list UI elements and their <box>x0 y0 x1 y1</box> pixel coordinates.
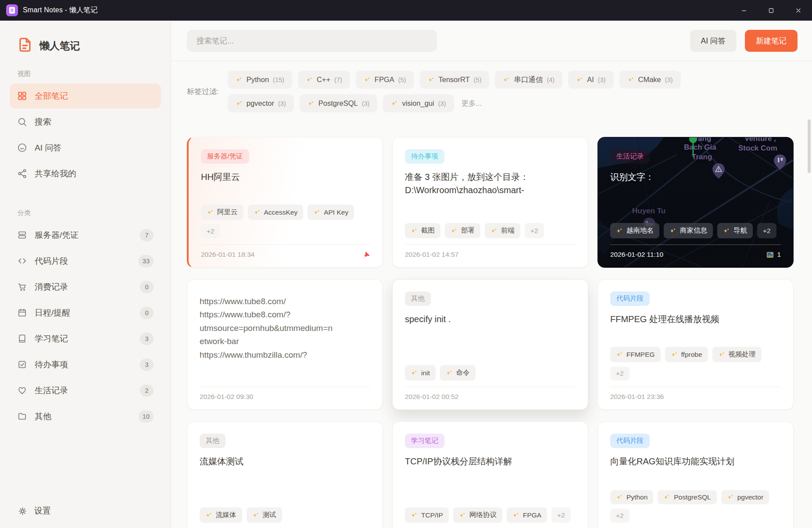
note-tag[interactable]: PostgreSQL <box>658 490 716 504</box>
sidebar-item-待办事项[interactable]: 待办事项3 <box>10 352 161 377</box>
sparkle-icon <box>308 100 315 107</box>
note-tag[interactable]: TCP/IP <box>405 507 449 523</box>
sidebar: 懒人笔记 视图 全部笔记搜索AI 问答共享给我的 分类 服务器/凭证7代码片段3… <box>0 21 171 528</box>
sidebar-item-学习笔记[interactable]: 学习笔记3 <box>10 326 161 351</box>
note-card[interactable]: 代码片段向量化RAG知识库功能实现计划PythonPostgreSQLpgvec… <box>597 421 794 528</box>
filter-tag-Python[interactable]: Python(15) <box>228 71 292 89</box>
note-card[interactable]: https://www.tube8.com/ https://www.tube8… <box>187 279 383 410</box>
category-count: 2 <box>140 384 154 397</box>
sparkle-icon <box>627 76 634 83</box>
filter-tag-FPGA[interactable]: FPGA(5) <box>356 71 414 89</box>
filter-tag-label: Python <box>247 75 269 84</box>
note-tag[interactable]: FFMPEG <box>610 347 661 362</box>
code-icon <box>17 256 27 266</box>
note-tag[interactable]: ffprobe <box>665 347 708 362</box>
note-tag[interactable]: 流媒体 <box>200 507 242 523</box>
sidebar-item-服务器/凭证[interactable]: 服务器/凭证7 <box>10 223 161 248</box>
note-tag[interactable]: 越南地名 <box>610 223 659 238</box>
note-tag[interactable]: FPGA <box>507 507 547 523</box>
note-tag[interactable]: init <box>405 365 436 381</box>
note-tag-label: TCP/IP <box>421 511 443 519</box>
note-tag[interactable]: 阿里云 <box>201 205 243 220</box>
maximize-button[interactable] <box>758 0 785 21</box>
topbar: AI 问答 新建笔记 <box>171 21 812 61</box>
note-tag[interactable]: 商家信息 <box>664 223 713 238</box>
sparkle-icon <box>236 100 243 107</box>
note-card[interactable]: 服务器/凭证HH阿里云阿里云AccessKeyAPI Key+22026-01-… <box>187 137 383 268</box>
filter-tag-vision_gui[interactable]: vision_gui(3) <box>383 94 454 112</box>
sparkle-icon <box>254 209 261 216</box>
sidebar-item-共享给我的[interactable]: 共享给我的 <box>10 161 161 186</box>
minimize-button[interactable] <box>730 0 758 21</box>
ai-qa-button[interactable]: AI 问答 <box>690 30 737 52</box>
note-card[interactable]: 其他流媒体测试流媒体测试2026-01-01 23:261 <box>187 421 383 528</box>
note-tag[interactable]: 截图 <box>405 223 440 238</box>
settings-label: 设置 <box>34 505 51 517</box>
sparkle-icon <box>411 370 418 377</box>
note-tag[interactable]: 部署 <box>445 223 480 238</box>
category-badge: 代码片段 <box>610 434 650 448</box>
note-tag-list: 截图部署前端+2 <box>405 223 576 238</box>
sidebar-item-其他[interactable]: 其他10 <box>10 404 161 429</box>
note-tag-list: PythonPostgreSQLpgvector+2 <box>610 490 781 523</box>
sparkle-icon <box>207 209 214 216</box>
note-card[interactable]: 其他specify init .init命令2026-01-02 00:52 <box>392 279 588 410</box>
note-tag[interactable]: 网络协议 <box>453 507 502 523</box>
sidebar-item-消费记录[interactable]: 消费记录0 <box>10 274 161 299</box>
note-tag-label: API Key <box>324 208 348 216</box>
filter-tag-pgvector[interactable]: pgvector(3) <box>228 94 294 112</box>
sidebar-item-AI 问答[interactable]: AI 问答 <box>10 135 161 160</box>
sparkle-icon <box>428 76 435 83</box>
sparkle-icon <box>205 512 212 519</box>
sidebar-item-代码片段[interactable]: 代码片段33 <box>10 248 161 273</box>
note-tag[interactable]: 导航 <box>717 223 753 238</box>
filter-tag-label: vision_gui <box>402 99 434 108</box>
sidebar-item-全部笔记[interactable]: 全部笔记 <box>10 83 161 108</box>
card-footer: 2026-01-01 23:36 <box>610 387 781 401</box>
filter-tag-PostgreSQL[interactable]: PostgreSQL(3) <box>300 94 378 112</box>
note-tag[interactable]: 视频处理 <box>712 347 762 362</box>
close-button[interactable] <box>785 0 812 21</box>
search-input[interactable] <box>187 30 437 52</box>
note-tag[interactable]: API Key <box>308 205 354 220</box>
note-card[interactable]: 代码片段FFMPEG 处理在线播放视频FFMPEGffprobe视频处理+220… <box>597 279 794 410</box>
note-tag[interactable]: Python <box>610 490 653 504</box>
note-title: 准备 3 张图片，放到这个目录： D:\Workroom\zhaozhao\sm… <box>405 170 576 197</box>
note-tag[interactable]: AccessKey <box>248 205 304 220</box>
note-tag-list: 越南地名商家信息导航+2 <box>610 223 781 238</box>
filter-tag-label: AI <box>587 75 594 84</box>
filter-tag-CMake[interactable]: CMake(3) <box>619 71 681 89</box>
sparkle-icon <box>411 512 418 519</box>
more-tags-link[interactable]: 更多... <box>460 99 484 108</box>
note-date: 2026-01-02 09:30 <box>200 393 253 401</box>
sidebar-item-日程/提醒[interactable]: 日程/提醒0 <box>10 300 161 325</box>
app-title: 懒人笔记 <box>39 39 80 53</box>
note-card[interactable]: TrangBach GiaTrangVenture ,Stock ComHuye… <box>597 137 794 268</box>
filter-tag-count: (3) <box>438 100 446 107</box>
filter-tag-AI[interactable]: AI(3) <box>568 71 613 89</box>
note-card[interactable]: 学习笔记TCP/IP协议栈分层结构详解TCP/IP网络协议FPGA+22026-… <box>392 421 588 528</box>
note-tag[interactable]: 测试 <box>247 507 282 523</box>
scrollbar-thumb[interactable] <box>808 119 811 173</box>
note-title: FFMPEG 处理在线播放视频 <box>610 312 781 326</box>
note-tag[interactable]: 前端 <box>485 223 520 238</box>
filter-tag-串口通信[interactable]: 串口通信(4) <box>495 71 562 89</box>
grid-icon <box>17 91 27 101</box>
note-date: 2026-01-01 18:34 <box>201 251 254 259</box>
note-tag[interactable]: 命令 <box>440 365 476 381</box>
filter-tag-TensorRT[interactable]: TensorRT(5) <box>420 71 490 89</box>
sparkle-icon <box>451 227 458 234</box>
note-tag[interactable]: pgvector <box>721 490 769 504</box>
category-count: 3 <box>140 333 154 345</box>
note-meta <box>363 251 370 259</box>
new-note-button[interactable]: 新建笔记 <box>745 30 798 52</box>
sidebar-item-生活记录[interactable]: 生活记录2 <box>10 378 161 403</box>
filter-tag-C++[interactable]: C++(7) <box>298 71 350 89</box>
sidebar-item-settings[interactable]: 设置 <box>18 505 51 517</box>
sidebar-item-搜索[interactable]: 搜索 <box>10 109 161 134</box>
note-card[interactable]: 待办事项准备 3 张图片，放到这个目录： D:\Workroom\zhaozha… <box>392 137 588 268</box>
filter-tag-count: (5) <box>474 76 482 83</box>
sparkle-icon <box>718 351 725 358</box>
sidebar-item-label: 共享给我的 <box>35 168 154 180</box>
note-title: 向量化RAG知识库功能实现计划 <box>610 455 781 468</box>
